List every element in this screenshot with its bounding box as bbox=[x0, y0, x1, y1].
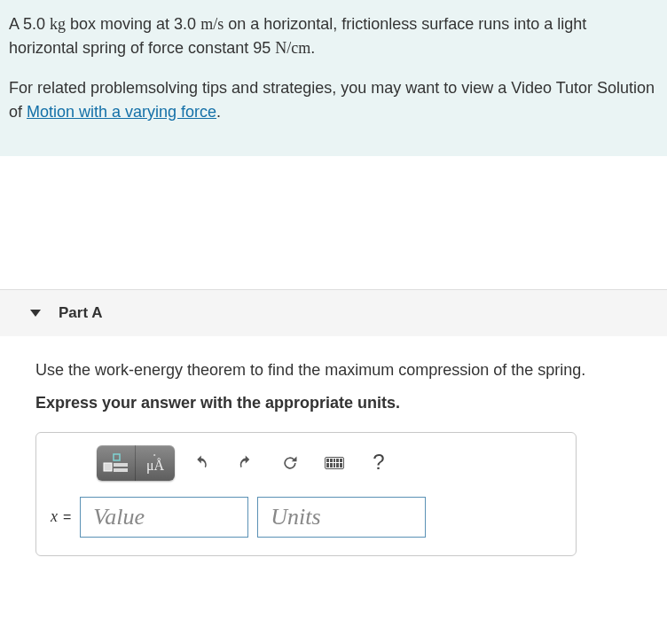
text: . bbox=[310, 39, 315, 57]
value-input[interactable]: Value bbox=[80, 497, 248, 538]
problem-statement: A 5.0 kg box moving at 3.0 m/s on a hori… bbox=[0, 0, 667, 156]
toolbar-group: ∘ μÅ bbox=[97, 445, 175, 481]
part-title: Part A bbox=[59, 304, 102, 322]
input-row: x = Value Units bbox=[51, 497, 561, 538]
part-instruction: Use the work-energy theorem to find the … bbox=[35, 357, 658, 383]
svg-rect-3 bbox=[114, 468, 128, 472]
unit-ncm: N/cm bbox=[275, 39, 310, 57]
variable-label: x bbox=[51, 504, 58, 530]
value-placeholder: Value bbox=[93, 499, 145, 536]
redo-button[interactable] bbox=[228, 445, 263, 481]
keyboard-icon bbox=[325, 457, 344, 469]
toolbar: ∘ μÅ ? bbox=[97, 445, 561, 481]
svg-rect-1 bbox=[114, 454, 120, 460]
redo-icon bbox=[237, 454, 255, 472]
units-placeholder: Units bbox=[271, 499, 320, 536]
undo-button[interactable] bbox=[184, 445, 219, 481]
unit-ms: m/s bbox=[200, 15, 224, 33]
text: . bbox=[216, 103, 221, 121]
text: box moving at 3.0 bbox=[66, 15, 200, 33]
templates-icon bbox=[103, 452, 129, 474]
text: A 5.0 bbox=[9, 15, 50, 33]
keyboard-button[interactable] bbox=[317, 445, 352, 481]
help-button[interactable]: ? bbox=[361, 445, 396, 481]
reset-icon bbox=[281, 454, 299, 472]
symbols-button[interactable]: ∘ μÅ bbox=[136, 445, 175, 481]
problem-text-1: A 5.0 kg box moving at 3.0 m/s on a hori… bbox=[9, 12, 658, 60]
spacer bbox=[0, 156, 667, 289]
equals-sign: = bbox=[63, 506, 71, 529]
unit-kg: kg bbox=[50, 15, 66, 33]
part-a-header[interactable]: Part A bbox=[0, 289, 667, 336]
svg-rect-2 bbox=[114, 463, 128, 467]
problem-text-2: For related problemsolving tips and stra… bbox=[9, 76, 658, 124]
part-a-body: Use the work-energy theorem to find the … bbox=[0, 336, 667, 565]
answer-box: ∘ μÅ ? x bbox=[35, 432, 577, 556]
video-tutor-link[interactable]: Motion with a varying force bbox=[27, 103, 216, 121]
part-bold-instruction: Express your answer with the appropriate… bbox=[35, 390, 658, 416]
reset-button[interactable] bbox=[272, 445, 308, 481]
symbols-icon: ∘ μÅ bbox=[146, 452, 164, 473]
undo-icon bbox=[192, 454, 210, 472]
svg-rect-0 bbox=[104, 463, 112, 471]
templates-button[interactable] bbox=[97, 445, 136, 481]
units-input[interactable]: Units bbox=[257, 497, 426, 538]
chevron-down-icon bbox=[30, 310, 41, 317]
